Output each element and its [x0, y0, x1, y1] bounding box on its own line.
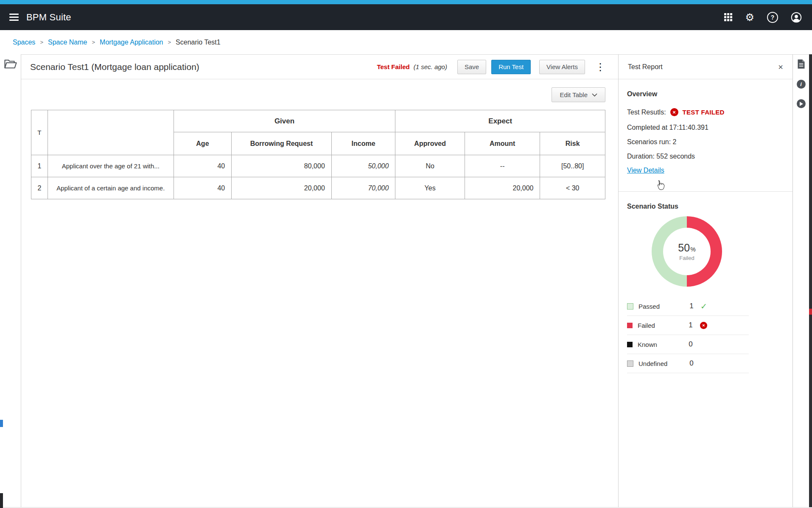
duration-text: Duration: 552 seconds [627, 153, 784, 160]
status-legend: Passed 1 ✓ Failed 1 × Known 0 Und [627, 297, 749, 373]
borrowing-request-cell[interactable]: 80,000 [232, 155, 332, 177]
hamburger-menu-icon[interactable] [9, 14, 19, 21]
info-icon[interactable]: i [797, 80, 806, 89]
legend-row-known: Known 0 [627, 335, 749, 354]
risk-cell[interactable]: [50..80] [540, 155, 605, 177]
top-accent-bar [0, 0, 812, 4]
legend-row-undefined: Undefined 0 [627, 354, 749, 373]
scenario-status-donut: 50 % Failed [652, 216, 722, 287]
scenario-status-heading: Scenario Status [627, 203, 784, 210]
age-cell[interactable]: 40 [174, 155, 232, 177]
income-cell[interactable]: 50,000 [331, 155, 395, 177]
test-results-label: Test Resutls: [627, 109, 666, 116]
completed-at-text: Completed at 17:11:40.391 [627, 124, 784, 131]
column-header-risk: Risk [540, 132, 605, 155]
run-test-button[interactable]: Run Test [491, 60, 531, 74]
save-button[interactable]: Save [457, 60, 486, 74]
amount-cell[interactable]: -- [465, 155, 540, 177]
view-alerts-button[interactable]: View Alerts [539, 60, 585, 74]
document-report-icon[interactable] [797, 59, 805, 69]
page-title: Scenario Test1 (Mortgage loan applicatio… [30, 62, 199, 72]
screen-edge-strip [809, 54, 812, 507]
kebab-menu-icon[interactable]: ⋮ [595, 62, 605, 72]
donut-center: 50 % Failed [663, 228, 711, 275]
editor-content: Edit Table T Given Expect [21, 79, 618, 199]
table-row: 2 Applicant of a certain age and income.… [31, 177, 605, 199]
right-icon-toolbar: i [792, 54, 809, 507]
help-icon[interactable]: ? [767, 12, 778, 23]
test-report-panel: Test Report × Overview Test Resutls: × T… [618, 54, 792, 507]
row-number-cell: 1 [31, 155, 48, 177]
check-icon: ✓ [700, 301, 707, 311]
breadcrumb-space-name[interactable]: Space Name [48, 39, 87, 46]
open-folder-icon[interactable] [4, 59, 17, 507]
legend-label: Failed [638, 322, 684, 329]
scenario-table: T Given Expect Age Borrowing Request Inc… [31, 110, 605, 199]
legend-value: 0 [684, 340, 697, 349]
test-failed-badge: TEST FAILED [683, 109, 725, 116]
scenario-editor-card: Scenario Test1 (Mortgage loan applicatio… [21, 54, 618, 507]
breadcrumb-spaces[interactable]: Spaces [13, 39, 35, 46]
play-triangle [800, 102, 803, 106]
borrowing-request-cell[interactable]: 20,000 [232, 177, 332, 199]
scenarios-run-text: Scenarios run: 2 [627, 138, 784, 146]
column-header-income: Income [331, 132, 395, 155]
content-region: Scenario Test1 (Mortgage loan applicatio… [0, 54, 812, 508]
breadcrumb-mortgage-application[interactable]: Mortgage Application [100, 39, 163, 46]
info-glyph: i [797, 80, 806, 89]
breadcrumb-current: Scenario Test1 [176, 39, 221, 46]
apps-grid-icon[interactable] [724, 13, 732, 21]
undefined-swatch-icon [627, 360, 633, 367]
known-swatch-icon [627, 342, 633, 347]
play-icon[interactable] [797, 99, 806, 108]
column-header-borrowing-request: Borrowing Request [232, 132, 332, 155]
panel-divider [619, 191, 792, 192]
breadcrumb-separator: > [40, 39, 43, 45]
error-circle-icon: × [670, 108, 678, 116]
approved-cell[interactable]: No [395, 155, 465, 177]
legend-row-passed: Passed 1 ✓ [627, 297, 749, 316]
passed-swatch-icon [627, 303, 633, 310]
error-circle-icon: × [700, 322, 707, 329]
legend-label: Known [638, 341, 684, 348]
income-cell[interactable]: 70,000 [331, 177, 395, 199]
column-header-approved: Approved [395, 132, 465, 155]
group-header-given: Given [174, 110, 395, 132]
group-header-expect: Expect [395, 110, 605, 132]
report-body: Overview Test Resutls: × TEST FAILED Com… [619, 90, 792, 373]
age-cell[interactable]: 40 [174, 177, 232, 199]
overview-heading: Overview [627, 90, 784, 98]
description-cell[interactable]: Applicant of a certain age and income. [48, 177, 174, 199]
approved-cell-failed[interactable]: Yes [395, 177, 465, 199]
test-status-label: Test Failed [377, 63, 409, 70]
legend-label: Passed [638, 303, 685, 310]
table-row: 1 Applicant over the age of 21 with... 4… [31, 155, 605, 177]
app-title: BPM Suite [26, 12, 71, 23]
left-gutter [0, 54, 21, 507]
breadcrumb-separator: > [92, 39, 95, 45]
donut-percent-sign: % [690, 246, 695, 253]
gear-icon[interactable]: ⚙ [745, 12, 754, 22]
edit-table-button[interactable]: Edit Table [552, 87, 605, 102]
legend-value: 1 [684, 321, 697, 329]
column-header-amount: Amount [465, 132, 540, 155]
editor-title-row: Scenario Test1 (Mortgage loan applicatio… [21, 55, 618, 79]
donut-percent-value: 50 [678, 242, 690, 254]
legend-label: Undefined [638, 360, 685, 367]
failed-swatch-icon [627, 323, 633, 328]
edge-marker [809, 309, 812, 315]
view-details-link[interactable]: View Details [627, 167, 664, 174]
screen-artifact [0, 420, 3, 427]
amount-cell[interactable]: 20,000 [465, 177, 540, 199]
user-avatar-icon[interactable] [791, 12, 802, 23]
chevron-down-icon [592, 93, 597, 97]
report-header: Test Report × [619, 55, 792, 79]
test-results-line: Test Resutls: × TEST FAILED [627, 108, 784, 116]
edit-table-label: Edit Table [560, 91, 588, 98]
legend-row-failed: Failed 1 × [627, 316, 749, 335]
close-icon[interactable]: × [778, 63, 783, 71]
description-cell[interactable]: Applicant over the age of 21 with... [48, 155, 174, 177]
column-header-age: Age [174, 132, 232, 155]
masthead-actions: ⚙ ? [724, 12, 802, 23]
risk-cell[interactable]: < 30 [540, 177, 605, 199]
